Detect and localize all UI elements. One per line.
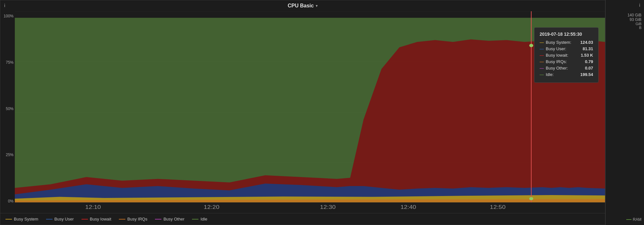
legend-bar: Busy System Busy User Busy Iowait Busy I… bbox=[0, 213, 605, 225]
legend-system-label: Busy System bbox=[14, 217, 38, 221]
legend-iowait-color bbox=[82, 219, 88, 220]
svg-text:12:40: 12:40 bbox=[400, 204, 416, 210]
legend-busy-other[interactable]: Busy Other bbox=[155, 217, 184, 221]
tooltip-iowait-value: 1.53 K bbox=[581, 53, 593, 58]
panel-title: CPU Basic bbox=[288, 3, 314, 9]
legend-busy-system[interactable]: Busy System bbox=[5, 217, 38, 221]
tooltip-idle-label: Idle: bbox=[546, 72, 554, 77]
tooltip-irqs-label: Busy IRQs: bbox=[546, 59, 567, 64]
chart-area: 100% 75% 50% 25% 0% bbox=[0, 11, 605, 213]
chart-container[interactable]: 12:10 12:20 12:30 12:40 12:50 2019-07-18… bbox=[15, 11, 605, 213]
cpu-chart-panel: i CPU Basic ▾ 100% 75% 50% 25% 0% bbox=[0, 0, 605, 225]
tooltip-irqs-dash: — bbox=[540, 59, 544, 64]
tooltip-row-irqs: — Busy IRQs: 0.79 bbox=[540, 59, 593, 64]
y-label-50: 50% bbox=[2, 107, 14, 111]
tooltip-row-idle: — Idle: 199.54 bbox=[540, 72, 593, 77]
tooltip-idle-value: 199.54 bbox=[580, 72, 593, 77]
tooltip-other-value: 0.07 bbox=[585, 66, 593, 70]
legend-idle[interactable]: Idle bbox=[192, 217, 207, 221]
tooltip-irqs-value: 0.79 bbox=[585, 59, 593, 64]
tooltip-user-label: Busy User: bbox=[546, 46, 566, 51]
y-axis: 100% 75% 50% 25% 0% bbox=[0, 11, 15, 213]
tooltip-iowait-label: Busy Iowait: bbox=[546, 53, 568, 58]
tooltip-system-value: 124.03 bbox=[580, 40, 593, 45]
tooltip-system-label: Busy System: bbox=[546, 40, 571, 45]
svg-point-12 bbox=[529, 197, 533, 200]
legend-busy-iowait[interactable]: Busy Iowait bbox=[82, 217, 111, 221]
right-y-label-top: 140 GiB bbox=[608, 13, 641, 17]
y-label-75: 75% bbox=[2, 60, 14, 65]
legend-idle-color bbox=[192, 219, 198, 220]
legend-other-label: Busy Other bbox=[163, 217, 184, 221]
tooltip-system-dash: — bbox=[540, 40, 544, 45]
tooltip-row-user: — Busy User: 81.31 bbox=[540, 46, 593, 51]
tooltip-other-dash: — bbox=[540, 66, 544, 70]
tooltip-row-system: — Busy System: 124.03 bbox=[540, 40, 593, 45]
legend-idle-label: Idle bbox=[200, 217, 207, 221]
tooltip-row-iowait: — Busy Iowait: 1.53 K bbox=[540, 53, 593, 58]
tooltip-user-dash: — bbox=[540, 46, 544, 51]
right-y-label-mid: 93 GiB bbox=[608, 17, 641, 22]
chart-svg: 12:10 12:20 12:30 12:40 12:50 bbox=[15, 11, 605, 213]
y-label-100: 100% bbox=[2, 14, 14, 18]
svg-text:12:50: 12:50 bbox=[490, 204, 506, 210]
right-y-axis: 140 GiB 93 GiB GiB B bbox=[606, 3, 644, 49]
dropdown-arrow-icon[interactable]: ▾ bbox=[316, 4, 318, 8]
legend-user-label: Busy User bbox=[54, 217, 74, 221]
right-panel: i 140 GiB 93 GiB GiB B RAM bbox=[605, 0, 644, 225]
tooltip-row-other: — Busy Other: 0.07 bbox=[540, 66, 593, 70]
svg-text:12:10: 12:10 bbox=[85, 204, 101, 210]
info-icon[interactable]: i bbox=[4, 3, 5, 8]
tooltip-user-value: 81.31 bbox=[582, 46, 593, 51]
tooltip-iowait-dash: — bbox=[540, 53, 544, 58]
legend-iowait-label: Busy Iowait bbox=[90, 217, 111, 221]
legend-other-color bbox=[155, 219, 161, 220]
legend-irqs-color bbox=[119, 219, 125, 220]
legend-busy-user[interactable]: Busy User bbox=[46, 217, 74, 221]
svg-text:12:20: 12:20 bbox=[204, 204, 219, 210]
right-info-icon[interactable]: i bbox=[639, 3, 640, 8]
tooltip-idle-dash: — bbox=[540, 72, 544, 77]
svg-text:12:30: 12:30 bbox=[320, 204, 336, 210]
right-ram-label: RAM bbox=[626, 217, 641, 222]
y-label-0: 0% bbox=[2, 199, 14, 203]
y-label-25: 25% bbox=[2, 153, 14, 157]
panel-header: i CPU Basic ▾ bbox=[0, 0, 605, 11]
svg-point-11 bbox=[529, 44, 533, 47]
legend-user-color bbox=[46, 219, 53, 220]
legend-system-color bbox=[5, 219, 12, 220]
right-y-label-b: B bbox=[608, 26, 641, 30]
legend-irqs-label: Busy IRQs bbox=[127, 217, 147, 221]
legend-busy-irqs[interactable]: Busy IRQs bbox=[119, 217, 147, 221]
chart-tooltip: 2019-07-18 12:55:30 — Busy System: 124.0… bbox=[534, 27, 599, 83]
right-y-label-gib: GiB bbox=[608, 22, 641, 26]
tooltip-other-label: Busy Other: bbox=[546, 66, 568, 70]
tooltip-timestamp: 2019-07-18 12:55:30 bbox=[540, 32, 593, 37]
